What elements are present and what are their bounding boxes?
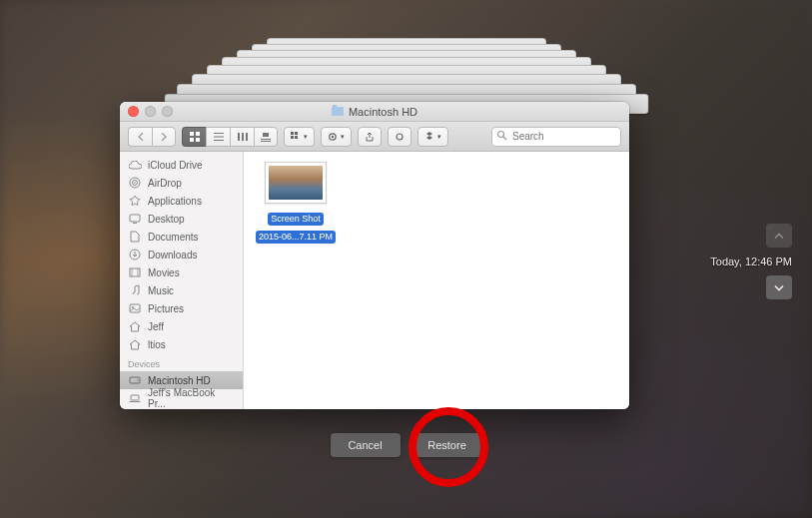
hdd-icon bbox=[128, 373, 142, 387]
sidebar-item-label: Downloads bbox=[148, 250, 197, 260]
search-input[interactable] bbox=[491, 127, 621, 147]
cloud-icon bbox=[128, 158, 142, 172]
svg-rect-3 bbox=[196, 138, 200, 142]
titlebar: Macintosh HD bbox=[120, 102, 629, 122]
forward-button[interactable] bbox=[152, 127, 176, 147]
toolbar: ▾ ▾ ▾ bbox=[120, 122, 629, 152]
svg-rect-7 bbox=[238, 133, 240, 141]
svg-rect-28 bbox=[130, 268, 140, 276]
arrange-icon bbox=[291, 132, 301, 142]
nav-arrows bbox=[128, 127, 176, 147]
svg-rect-35 bbox=[131, 395, 139, 400]
tags-button[interactable] bbox=[388, 127, 411, 147]
dropbox-button[interactable]: ▾ bbox=[417, 127, 448, 147]
window-controls bbox=[120, 106, 173, 117]
view-icon-button[interactable] bbox=[182, 127, 206, 147]
svg-rect-13 bbox=[291, 132, 294, 135]
svg-point-18 bbox=[332, 135, 334, 137]
svg-rect-16 bbox=[295, 136, 298, 139]
svg-rect-8 bbox=[242, 133, 244, 141]
share-button[interactable] bbox=[358, 127, 382, 147]
svg-point-19 bbox=[397, 134, 403, 140]
svg-point-20 bbox=[498, 132, 504, 138]
svg-point-24 bbox=[134, 182, 136, 184]
close-button[interactable] bbox=[128, 106, 139, 117]
svg-rect-12 bbox=[261, 141, 271, 142]
sidebar-item-movies[interactable]: Movies bbox=[120, 263, 243, 281]
svg-rect-15 bbox=[291, 136, 294, 139]
svg-rect-10 bbox=[263, 133, 269, 137]
music-icon bbox=[128, 283, 142, 297]
timeline-nav: Today, 12:46 PM bbox=[710, 224, 792, 299]
sidebar-item-label: Applications bbox=[148, 196, 202, 207]
sidebar-section-devices: Devices bbox=[120, 353, 243, 371]
sidebar-item-label: Pictures bbox=[148, 303, 184, 314]
timeline-current-label: Today, 12:46 PM bbox=[710, 254, 792, 269]
finder-window: Macintosh HD ▾ ▾ ▾ iCloud Drive AirDrop … bbox=[120, 102, 629, 409]
sidebar-item-pictures[interactable]: Pictures bbox=[120, 299, 243, 317]
desktop-icon bbox=[128, 212, 142, 226]
home-icon bbox=[128, 319, 142, 333]
sidebar-item-label: iCloud Drive bbox=[148, 160, 202, 171]
timeline-down-button[interactable] bbox=[766, 275, 792, 299]
sidebar-item-airdrop[interactable]: AirDrop bbox=[120, 174, 243, 192]
file-name-line2: 2015-06...7.11 PM bbox=[256, 231, 336, 244]
sidebar-item-ltios[interactable]: ltios bbox=[120, 335, 243, 353]
sidebar-item-macbook[interactable]: Jeff's MacBook Pr... bbox=[120, 389, 243, 407]
folder-icon bbox=[332, 107, 344, 116]
sidebar-item-label: Movies bbox=[148, 267, 180, 278]
sidebar-item-music[interactable]: Music bbox=[120, 281, 243, 299]
tag-icon bbox=[395, 132, 405, 142]
sidebar-item-icloud-drive[interactable]: iCloud Drive bbox=[120, 156, 243, 174]
file-browser-content[interactable]: Screen Shot 2015-06...7.11 PM bbox=[244, 152, 629, 409]
arrange-button[interactable]: ▾ bbox=[284, 127, 315, 147]
cancel-button[interactable]: Cancel bbox=[331, 433, 401, 457]
movies-icon bbox=[128, 265, 142, 279]
sidebar-item-label: Jeff's MacBook Pr... bbox=[148, 387, 235, 409]
svg-rect-5 bbox=[214, 136, 224, 137]
sidebar-item-external[interactable]: External bbox=[120, 407, 243, 409]
downloads-icon bbox=[128, 248, 142, 261]
svg-rect-0 bbox=[190, 132, 194, 136]
file-thumbnail bbox=[265, 162, 327, 204]
maximize-button[interactable] bbox=[162, 106, 173, 117]
action-button[interactable]: ▾ bbox=[321, 127, 352, 147]
svg-point-34 bbox=[137, 379, 138, 380]
sidebar-item-label: Documents bbox=[148, 232, 199, 243]
svg-rect-25 bbox=[130, 215, 140, 222]
sidebar-item-label: Desktop bbox=[148, 214, 185, 225]
sidebar-item-downloads[interactable]: Downloads bbox=[120, 246, 243, 263]
file-item-screenshot[interactable]: Screen Shot 2015-06...7.11 PM bbox=[254, 162, 338, 244]
window-title-text: Macintosh HD bbox=[349, 106, 417, 118]
home-icon bbox=[128, 337, 142, 351]
view-mode-selector bbox=[182, 127, 278, 147]
restore-button[interactable]: Restore bbox=[412, 433, 482, 457]
sidebar-item-documents[interactable]: Documents bbox=[120, 228, 243, 246]
minimize-button[interactable] bbox=[145, 106, 156, 117]
svg-rect-9 bbox=[246, 133, 248, 141]
sidebar-item-label: ltios bbox=[148, 339, 166, 350]
sidebar-item-label: AirDrop bbox=[148, 178, 182, 189]
timeline-up-button[interactable] bbox=[766, 224, 792, 248]
view-column-button[interactable] bbox=[230, 127, 254, 147]
sidebar-item-jeff[interactable]: Jeff bbox=[120, 317, 243, 335]
back-button[interactable] bbox=[128, 127, 152, 147]
svg-rect-31 bbox=[130, 304, 140, 312]
sidebar: iCloud Drive AirDrop Applications Deskto… bbox=[120, 152, 244, 409]
view-coverflow-button[interactable] bbox=[254, 127, 278, 147]
view-list-button[interactable] bbox=[206, 127, 230, 147]
svg-rect-11 bbox=[261, 139, 271, 140]
svg-rect-6 bbox=[214, 140, 224, 141]
pictures-icon bbox=[128, 301, 142, 315]
sidebar-item-desktop[interactable]: Desktop bbox=[120, 210, 243, 228]
action-buttons: Cancel Restore bbox=[331, 433, 482, 457]
svg-line-21 bbox=[503, 137, 506, 140]
search-icon bbox=[496, 130, 507, 141]
search-field bbox=[491, 126, 621, 147]
sidebar-item-applications[interactable]: Applications bbox=[120, 192, 243, 210]
share-icon bbox=[365, 132, 375, 142]
documents-icon bbox=[128, 230, 142, 244]
airdrop-icon bbox=[128, 176, 142, 190]
window-title: Macintosh HD bbox=[332, 106, 417, 118]
svg-rect-2 bbox=[190, 138, 194, 142]
